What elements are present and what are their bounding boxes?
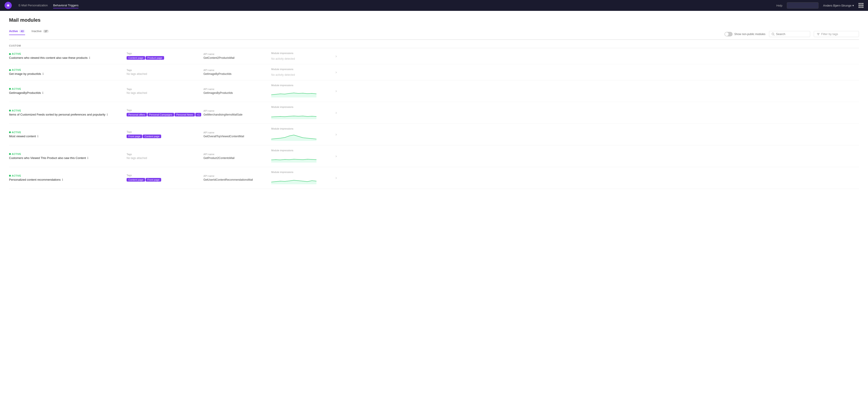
module-status: ACTIVE	[9, 153, 127, 155]
module-name: Personalized content recommendations ℹ	[9, 178, 127, 181]
user-menu[interactable]: Anders Bjørn-Strunge ▾	[823, 4, 854, 7]
main-content: Mail modules Active 43 Inactive 17 Show …	[0, 11, 868, 412]
module-status: ACTIVE	[9, 53, 127, 55]
module-row[interactable]: ACTIVE GetImagesByProductIds ℹ Tags No t…	[9, 80, 859, 102]
status-label: ACTIVE	[12, 131, 21, 134]
module-arrow[interactable]: ›	[328, 89, 337, 93]
api-col-header: API name	[204, 153, 271, 155]
module-detail-arrow[interactable]: ›	[336, 70, 337, 75]
tags-list: Content pageFront page	[127, 177, 204, 182]
module-detail-arrow[interactable]: ›	[336, 132, 337, 137]
status-label: ACTIVE	[12, 69, 21, 71]
module-impressions: Module impressions	[271, 127, 328, 142]
api-name-value: GetContent2ProductsMail	[204, 56, 271, 59]
status-label: ACTIVE	[12, 53, 21, 55]
svg-point-1	[7, 4, 9, 6]
no-impressions-label: No activity detected	[271, 57, 328, 60]
api-col-header: API name	[204, 110, 271, 112]
tab-inactive[interactable]: Inactive 17	[31, 28, 49, 35]
info-icon[interactable]: ℹ	[107, 113, 108, 116]
tag-pill: Content page	[143, 135, 161, 138]
module-name: Most viewed content ℹ	[9, 135, 127, 138]
module-arrow[interactable]: ›	[328, 154, 337, 158]
nav-item-email[interactable]: E-Mail Personalization	[19, 3, 48, 8]
no-tags-label: No tags attached	[127, 72, 204, 76]
info-icon[interactable]: ℹ	[89, 56, 90, 59]
module-row[interactable]: ACTIVE Most viewed content ℹ Tags Front …	[9, 124, 859, 145]
module-info: ACTIVE Most viewed content ℹ	[9, 131, 127, 138]
module-tags: Tags No tags attached	[127, 153, 204, 160]
non-public-toggle[interactable]	[724, 32, 733, 36]
module-row[interactable]: ACTIVE Items of Customized Feeds sorted …	[9, 102, 859, 124]
api-col-header: API name	[204, 88, 271, 90]
svg-line-3	[774, 35, 775, 35]
status-label: ACTIVE	[12, 110, 21, 112]
module-detail-arrow[interactable]: ›	[336, 54, 337, 59]
help-link[interactable]: Help	[776, 4, 782, 7]
filter-icon	[817, 33, 820, 36]
module-info: ACTIVE Customers who viewed this content…	[9, 53, 127, 59]
module-tags: Tags Front pageContent page	[127, 130, 204, 139]
no-tags-label: No tags attached	[127, 91, 204, 94]
module-arrow[interactable]: ›	[328, 175, 337, 180]
api-col-header: API name	[204, 53, 271, 55]
info-icon[interactable]: ℹ	[42, 91, 43, 94]
status-dot	[9, 131, 11, 133]
module-status: ACTIVE	[9, 131, 127, 134]
module-api: API name GetOverallTopViewedContentMail	[204, 131, 271, 138]
module-status: ACTIVE	[9, 175, 127, 177]
status-dot	[9, 175, 11, 177]
module-impressions: Module impressions	[271, 84, 328, 98]
tags-col-header: Tags	[127, 88, 204, 90]
api-name-value: GetProduct2ContentsMail	[204, 156, 271, 160]
search-input[interactable]	[776, 32, 808, 36]
status-dot	[9, 53, 11, 55]
module-tags: Tags No tags attached	[127, 88, 204, 94]
module-row[interactable]: ACTIVE Personalized content recommendati…	[9, 167, 859, 189]
app-logo[interactable]	[4, 2, 12, 9]
page-title: Mail modules	[9, 17, 859, 23]
module-row[interactable]: ACTIVE Get image by productIds ℹ Tags No…	[9, 64, 859, 80]
api-name-value: GetMerchandisingItemsMailSale	[204, 113, 271, 116]
module-arrow[interactable]: ›	[328, 54, 337, 59]
impressions-col-header: Module impressions	[271, 149, 328, 152]
search-box[interactable]	[769, 31, 810, 37]
info-icon[interactable]: ℹ	[62, 178, 63, 181]
module-arrow[interactable]: ›	[328, 132, 337, 137]
app-grid-icon[interactable]	[859, 3, 864, 8]
nav-item-behavioral[interactable]: Behavioral Triggers	[53, 3, 79, 8]
tags-col-header: Tags	[127, 153, 204, 155]
sparkline	[271, 175, 328, 185]
nav-search-input[interactable]	[787, 2, 818, 8]
module-tags: Tags No tags attached	[127, 69, 204, 76]
module-tags: Tags Content pageProduct page	[127, 52, 204, 60]
info-icon[interactable]: ℹ	[37, 135, 38, 138]
module-arrow[interactable]: ›	[328, 70, 337, 75]
module-name: Customers who Viewed This Product also s…	[9, 156, 127, 160]
module-detail-arrow[interactable]: ›	[336, 110, 337, 115]
module-api: API name GetImageByProductIds	[204, 69, 271, 76]
info-icon[interactable]: ℹ	[87, 156, 88, 160]
tag-pill: Content page	[127, 178, 145, 182]
controls-row: Show non-public modules Filter by tags	[724, 31, 859, 39]
info-icon[interactable]: ℹ	[42, 72, 43, 76]
module-row[interactable]: ACTIVE Customers who viewed this content…	[9, 48, 859, 64]
status-dot	[9, 153, 11, 155]
module-detail-arrow[interactable]: ›	[336, 89, 337, 93]
module-detail-arrow[interactable]: ›	[336, 154, 337, 158]
module-tags: Tags Personal offersPersonal CampaignsPe…	[127, 109, 204, 117]
module-row[interactable]: ACTIVE Customers who Viewed This Product…	[9, 145, 859, 167]
tag-pill: Personal offers	[127, 113, 147, 116]
status-label: ACTIVE	[12, 88, 21, 90]
api-name-value: GetUserIdContentRecommendationsMail	[204, 178, 271, 181]
module-arrow[interactable]: ›	[328, 110, 337, 115]
module-impressions: Module impressions No activity detected	[271, 52, 328, 60]
module-detail-arrow[interactable]: ›	[336, 175, 337, 180]
filter-by-tags[interactable]: Filter by tags	[814, 31, 859, 37]
tags-list: No tags attached	[127, 72, 204, 76]
impressions-col-header: Module impressions	[271, 127, 328, 130]
module-api: API name GetUserIdContentRecommendations…	[204, 175, 271, 181]
tag-extra: +1	[195, 113, 202, 116]
tag-pill: Content page	[127, 56, 145, 60]
tab-active[interactable]: Active 43	[9, 28, 25, 35]
